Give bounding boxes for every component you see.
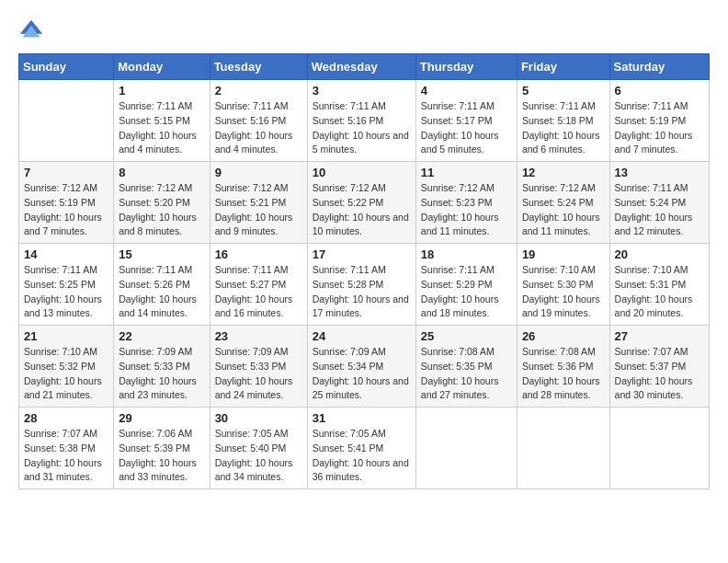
- day-cell: 31 Sunrise: 7:05 AMSunset: 5:41 PMDaylig…: [307, 408, 415, 489]
- day-number: 12: [522, 166, 605, 179]
- day-number: 18: [421, 247, 512, 261]
- day-number: 26: [522, 329, 605, 343]
- day-cell: 6 Sunrise: 7:11 AMSunset: 5:19 PMDayligh…: [609, 80, 709, 162]
- calendar-table: SundayMondayTuesdayWednesdayThursdayFrid…: [18, 53, 710, 489]
- header-sunday: Sunday: [19, 54, 114, 80]
- day-info: Sunrise: 7:11 AMSunset: 5:28 PMDaylight:…: [313, 263, 411, 321]
- day-info: Sunrise: 7:11 AMSunset: 5:25 PMDaylight:…: [24, 263, 108, 321]
- day-cell: 10 Sunrise: 7:12 AMSunset: 5:22 PMDaylig…: [307, 162, 415, 244]
- day-info: Sunrise: 7:10 AMSunset: 5:30 PMDaylight:…: [522, 263, 605, 321]
- day-cell: 29 Sunrise: 7:06 AMSunset: 5:39 PMDaylig…: [114, 408, 210, 489]
- day-info: Sunrise: 7:12 AMSunset: 5:23 PMDaylight:…: [421, 181, 512, 239]
- day-info: Sunrise: 7:07 AMSunset: 5:38 PMDaylight:…: [24, 427, 108, 485]
- day-number: 25: [421, 329, 512, 343]
- logo-icon: [18, 18, 44, 44]
- day-number: 29: [119, 411, 204, 425]
- header-saturday: Saturday: [609, 54, 709, 80]
- day-number: 20: [615, 247, 704, 261]
- day-number: 5: [522, 84, 605, 98]
- week-row-4: 21 Sunrise: 7:10 AMSunset: 5:32 PMDaylig…: [19, 326, 710, 408]
- day-cell: 8 Sunrise: 7:12 AMSunset: 5:20 PMDayligh…: [114, 162, 210, 244]
- day-cell: 18 Sunrise: 7:11 AMSunset: 5:29 PMDaylig…: [415, 244, 517, 326]
- day-number: 4: [421, 84, 512, 98]
- day-info: Sunrise: 7:11 AMSunset: 5:27 PMDaylight:…: [215, 263, 302, 321]
- header-row: SundayMondayTuesdayWednesdayThursdayFrid…: [19, 54, 710, 80]
- day-info: Sunrise: 7:08 AMSunset: 5:36 PMDaylight:…: [522, 345, 605, 403]
- day-number: 2: [215, 84, 302, 98]
- day-cell: 1 Sunrise: 7:11 AMSunset: 5:15 PMDayligh…: [114, 80, 210, 162]
- day-info: Sunrise: 7:10 AMSunset: 5:32 PMDaylight:…: [24, 345, 108, 403]
- day-number: 30: [215, 411, 302, 425]
- day-info: Sunrise: 7:12 AMSunset: 5:21 PMDaylight:…: [215, 181, 302, 239]
- day-cell: 24 Sunrise: 7:09 AMSunset: 5:34 PMDaylig…: [307, 326, 415, 408]
- day-cell: 9 Sunrise: 7:12 AMSunset: 5:21 PMDayligh…: [210, 162, 307, 244]
- day-cell: 5 Sunrise: 7:11 AMSunset: 5:18 PMDayligh…: [517, 80, 609, 162]
- day-cell: 14 Sunrise: 7:11 AMSunset: 5:25 PMDaylig…: [19, 244, 114, 326]
- day-info: Sunrise: 7:09 AMSunset: 5:33 PMDaylight:…: [119, 345, 204, 403]
- day-cell: 23 Sunrise: 7:09 AMSunset: 5:33 PMDaylig…: [210, 326, 307, 408]
- week-row-5: 28 Sunrise: 7:07 AMSunset: 5:38 PMDaylig…: [19, 408, 710, 489]
- day-info: Sunrise: 7:10 AMSunset: 5:31 PMDaylight:…: [615, 263, 704, 321]
- day-number: 24: [313, 329, 411, 343]
- header-wednesday: Wednesday: [307, 54, 415, 80]
- day-info: Sunrise: 7:07 AMSunset: 5:37 PMDaylight:…: [615, 345, 704, 403]
- day-info: Sunrise: 7:05 AMSunset: 5:41 PMDaylight:…: [313, 427, 411, 485]
- day-cell: 22 Sunrise: 7:09 AMSunset: 5:33 PMDaylig…: [114, 326, 210, 408]
- day-cell: 11 Sunrise: 7:12 AMSunset: 5:23 PMDaylig…: [415, 162, 517, 244]
- day-cell: 25 Sunrise: 7:08 AMSunset: 5:35 PMDaylig…: [415, 326, 517, 408]
- day-cell: 27 Sunrise: 7:07 AMSunset: 5:37 PMDaylig…: [609, 326, 709, 408]
- day-number: 22: [119, 329, 204, 343]
- day-cell: 21 Sunrise: 7:10 AMSunset: 5:32 PMDaylig…: [19, 326, 114, 408]
- day-number: 7: [24, 166, 108, 179]
- day-info: Sunrise: 7:08 AMSunset: 5:35 PMDaylight:…: [421, 345, 512, 403]
- day-info: Sunrise: 7:11 AMSunset: 5:15 PMDaylight:…: [119, 99, 204, 157]
- day-cell: 19 Sunrise: 7:10 AMSunset: 5:30 PMDaylig…: [517, 244, 609, 326]
- day-number: 6: [615, 84, 704, 98]
- day-info: Sunrise: 7:11 AMSunset: 5:16 PMDaylight:…: [313, 99, 411, 157]
- day-number: 28: [24, 411, 108, 425]
- day-info: Sunrise: 7:06 AMSunset: 5:39 PMDaylight:…: [119, 427, 204, 485]
- day-info: Sunrise: 7:05 AMSunset: 5:40 PMDaylight:…: [215, 427, 302, 485]
- day-number: 9: [215, 166, 302, 179]
- day-info: Sunrise: 7:11 AMSunset: 5:24 PMDaylight:…: [615, 181, 704, 239]
- day-cell: 3 Sunrise: 7:11 AMSunset: 5:16 PMDayligh…: [307, 80, 415, 162]
- day-number: 16: [215, 247, 302, 261]
- day-info: Sunrise: 7:09 AMSunset: 5:33 PMDaylight:…: [215, 345, 302, 403]
- day-number: 11: [421, 166, 512, 179]
- day-info: Sunrise: 7:09 AMSunset: 5:34 PMDaylight:…: [313, 345, 411, 403]
- day-number: 8: [119, 166, 204, 179]
- day-number: 31: [313, 411, 411, 425]
- day-cell: 28 Sunrise: 7:07 AMSunset: 5:38 PMDaylig…: [19, 408, 114, 489]
- day-number: 19: [522, 247, 605, 261]
- day-number: 27: [615, 329, 704, 343]
- day-cell: 15 Sunrise: 7:11 AMSunset: 5:26 PMDaylig…: [114, 244, 210, 326]
- day-cell: 17 Sunrise: 7:11 AMSunset: 5:28 PMDaylig…: [307, 244, 415, 326]
- day-info: Sunrise: 7:11 AMSunset: 5:29 PMDaylight:…: [421, 263, 512, 321]
- logo: [18, 18, 48, 44]
- day-number: 23: [215, 329, 302, 343]
- day-cell: [517, 408, 609, 489]
- day-cell: 16 Sunrise: 7:11 AMSunset: 5:27 PMDaylig…: [210, 244, 307, 326]
- day-cell: 20 Sunrise: 7:10 AMSunset: 5:31 PMDaylig…: [609, 244, 709, 326]
- header-monday: Monday: [114, 54, 210, 80]
- day-info: Sunrise: 7:11 AMSunset: 5:18 PMDaylight:…: [522, 99, 605, 157]
- day-number: 13: [615, 166, 704, 179]
- day-cell: 12 Sunrise: 7:12 AMSunset: 5:24 PMDaylig…: [517, 162, 609, 244]
- day-info: Sunrise: 7:12 AMSunset: 5:22 PMDaylight:…: [313, 181, 411, 239]
- header-tuesday: Tuesday: [210, 54, 307, 80]
- day-cell: [19, 80, 114, 162]
- day-info: Sunrise: 7:11 AMSunset: 5:16 PMDaylight:…: [215, 99, 302, 157]
- header: [18, 18, 710, 44]
- day-cell: 7 Sunrise: 7:12 AMSunset: 5:19 PMDayligh…: [19, 162, 114, 244]
- header-thursday: Thursday: [415, 54, 517, 80]
- day-info: Sunrise: 7:12 AMSunset: 5:24 PMDaylight:…: [522, 181, 605, 239]
- week-row-1: 1 Sunrise: 7:11 AMSunset: 5:15 PMDayligh…: [19, 80, 710, 162]
- day-number: 3: [313, 84, 411, 98]
- header-friday: Friday: [517, 54, 609, 80]
- day-number: 15: [119, 247, 204, 261]
- day-info: Sunrise: 7:11 AMSunset: 5:19 PMDaylight:…: [615, 99, 704, 157]
- week-row-3: 14 Sunrise: 7:11 AMSunset: 5:25 PMDaylig…: [19, 244, 710, 326]
- day-cell: [609, 408, 709, 489]
- day-number: 17: [313, 247, 411, 261]
- week-row-2: 7 Sunrise: 7:12 AMSunset: 5:19 PMDayligh…: [19, 162, 710, 244]
